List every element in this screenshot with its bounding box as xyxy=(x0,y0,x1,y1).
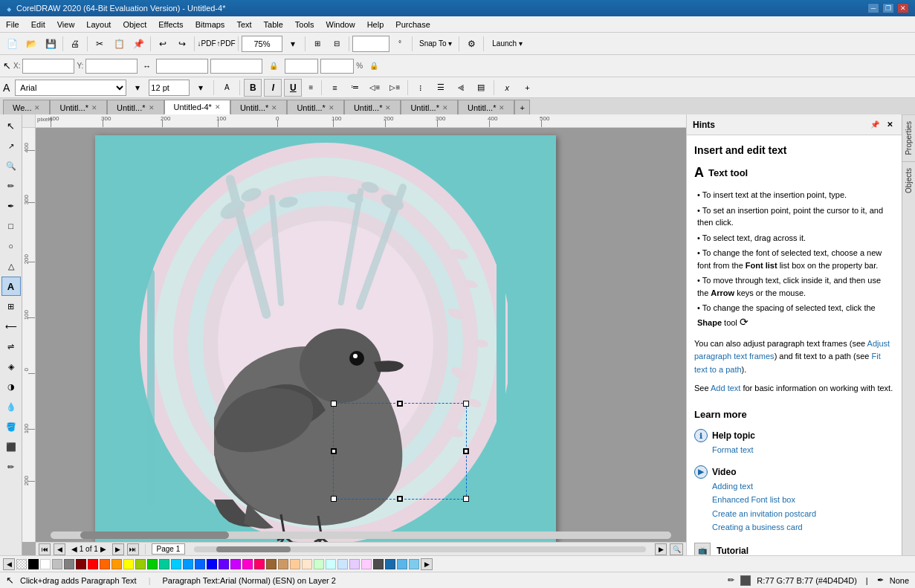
swatch-lgreen[interactable] xyxy=(135,559,146,569)
pick-freehand-tool[interactable]: ↗ xyxy=(1,136,21,155)
swatch-lavender[interactable] xyxy=(349,559,360,569)
italic-button[interactable]: I xyxy=(264,79,282,97)
swatch-pinkwhite[interactable] xyxy=(361,559,372,569)
copy-button[interactable]: 📋 xyxy=(110,35,128,53)
font-size-picker[interactable]: A xyxy=(218,79,236,97)
swatch-mintgreen[interactable] xyxy=(314,559,324,569)
objects-tab[interactable]: Objects xyxy=(902,161,915,199)
open-button[interactable]: 📂 xyxy=(22,35,40,53)
swatch-gray[interactable] xyxy=(64,559,74,569)
restore-button[interactable]: ❐ xyxy=(882,3,894,13)
align-justify[interactable]: ▤ xyxy=(472,79,490,97)
video-link-invitation[interactable]: Create an invitation postcard xyxy=(712,508,894,520)
tab-untitled2[interactable]: Untitl...* ✕ xyxy=(107,100,164,114)
page-next[interactable]: ▶ xyxy=(112,543,124,555)
scale-y-input[interactable]: 100.0 xyxy=(320,59,354,74)
font-dropdown-btn[interactable]: ▾ xyxy=(129,79,146,97)
tab-untitled9[interactable]: Untitl...* ✕ xyxy=(458,100,515,114)
scroll-right[interactable]: ▶ xyxy=(655,543,667,555)
decrease-indent[interactable]: ◁≡ xyxy=(366,79,384,97)
import-button[interactable]: ↓PDF xyxy=(198,35,216,53)
swatch-purple1[interactable] xyxy=(219,559,229,569)
paste-button[interactable]: 📌 xyxy=(129,35,147,53)
swatch-pink2[interactable] xyxy=(254,559,265,569)
close-button[interactable]: ✕ xyxy=(897,3,909,13)
menu-object[interactable]: Object xyxy=(117,16,152,32)
eyedropper-tool[interactable]: 💧 xyxy=(1,397,21,416)
bold-button[interactable]: B xyxy=(244,79,262,97)
new-button[interactable]: 📄 xyxy=(3,35,21,53)
h-scrollbar-track[interactable] xyxy=(51,532,671,539)
text-tool active[interactable]: A xyxy=(1,277,21,296)
export-button[interactable]: ↑PDF xyxy=(217,35,235,53)
swatch-cyan[interactable] xyxy=(171,559,181,569)
swatch-white[interactable] xyxy=(40,559,51,569)
x-input[interactable]: 546.24 px xyxy=(22,59,74,74)
swatch-darkred[interactable] xyxy=(76,559,86,569)
tab-we[interactable]: We... ✕ xyxy=(3,100,50,114)
palette-left[interactable]: ◀ xyxy=(3,558,15,570)
page-last[interactable]: ⏭ xyxy=(127,543,139,555)
transparency-tool[interactable]: ◑ xyxy=(1,377,21,396)
lock-scale-button[interactable]: 🔒 xyxy=(365,57,383,75)
blend-tool[interactable]: ◈ xyxy=(1,357,21,376)
tab-untitled5[interactable]: Untitl...* ✕ xyxy=(230,100,288,114)
num-list[interactable]: ≔ xyxy=(346,79,363,97)
select-tool[interactable]: ↖ xyxy=(1,116,21,135)
canvas-viewport[interactable]: ⌶ xyxy=(36,128,686,542)
fill-color-box[interactable] xyxy=(740,575,751,586)
swatch-teal1[interactable] xyxy=(159,559,169,569)
scale-x-input[interactable]: 100.0 xyxy=(285,59,318,74)
tab-untitled7[interactable]: Untitl...* ✕ xyxy=(344,100,401,114)
hints-pin[interactable]: 📌 xyxy=(869,119,881,131)
polygon-tool[interactable]: △ xyxy=(1,256,21,276)
connector-tool[interactable]: ⇌ xyxy=(1,337,21,356)
menu-tools[interactable]: Tools xyxy=(289,16,320,32)
tab-close-icon[interactable]: ✕ xyxy=(499,104,505,112)
minimize-button[interactable]: ─ xyxy=(867,3,879,13)
swatch-teal2[interactable] xyxy=(409,559,419,569)
options-button[interactable]: ⚙ xyxy=(462,35,480,53)
fill-tool[interactable]: 🪣 xyxy=(1,417,21,436)
menu-view[interactable]: View xyxy=(51,16,81,32)
tab-close-icon[interactable]: ✕ xyxy=(91,104,97,112)
hints-close[interactable]: ✕ xyxy=(884,119,896,131)
swatch-none[interactable] xyxy=(16,559,27,569)
tab-close-icon[interactable]: ✕ xyxy=(271,104,277,112)
swatch-orange2[interactable] xyxy=(111,559,122,569)
font-selector[interactable]: Arial xyxy=(15,80,126,96)
swatch-tan2[interactable] xyxy=(290,559,300,569)
tab-close-icon[interactable]: ✕ xyxy=(149,104,155,112)
lock-ratio-button[interactable]: 🔒 xyxy=(265,57,282,75)
palette-right[interactable]: ▶ xyxy=(421,558,433,570)
swatch-steelblue[interactable] xyxy=(397,559,407,569)
video-link-adding[interactable]: Adding text xyxy=(712,480,894,493)
h-scroll-thumb[interactable] xyxy=(216,546,291,552)
swatch-blue2[interactable] xyxy=(207,559,217,569)
tab-close-icon[interactable]: ✕ xyxy=(34,104,40,112)
swatch-orange1[interactable] xyxy=(100,559,110,569)
zoom-to-fit[interactable]: 🔍 xyxy=(670,543,683,555)
save-button[interactable]: 💾 xyxy=(42,35,59,53)
zoom-input[interactable] xyxy=(242,36,282,52)
dimension-tool[interactable]: ⟵ xyxy=(1,317,21,336)
swatch-brown1[interactable] xyxy=(266,559,277,569)
outline-tool[interactable]: ✏ xyxy=(1,457,21,476)
page-prev[interactable]: ◀ xyxy=(54,543,65,555)
video-link-enhanced-font[interactable]: Enhanced Font list box xyxy=(712,494,894,506)
tab-untitled8[interactable]: Untitl...* ✕ xyxy=(401,100,458,114)
menu-text[interactable]: Text xyxy=(230,16,257,32)
tab-untitled6[interactable]: Untitl...* ✕ xyxy=(287,100,344,114)
swatch-tan1[interactable] xyxy=(278,559,288,569)
align-center[interactable]: ☰ xyxy=(432,79,450,97)
format-text-link[interactable]: Format text xyxy=(712,445,754,454)
tab-close-icon[interactable]: ✕ xyxy=(385,104,391,112)
view-grid[interactable]: ⊟ xyxy=(328,35,346,53)
launch-button[interactable]: Launch ▾ xyxy=(487,35,528,53)
add-text-btn[interactable]: + xyxy=(518,79,536,97)
snap-options[interactable]: Snap To ▾ xyxy=(416,35,456,53)
smart-draw-tool[interactable]: ✒ xyxy=(1,196,21,216)
page-name[interactable]: Page 1 xyxy=(152,543,186,555)
swatch-silver[interactable] xyxy=(52,559,62,569)
menu-layout[interactable]: Layout xyxy=(80,16,117,32)
